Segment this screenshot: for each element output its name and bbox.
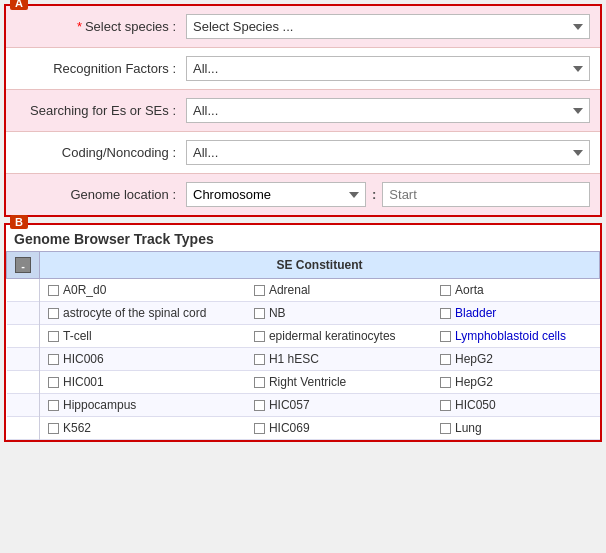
cell-label: Bladder (455, 306, 496, 320)
checkbox-icon[interactable] (254, 423, 265, 434)
cell-item: Aorta (440, 283, 592, 297)
cell-col3: Lymphoblastoid cells (432, 325, 600, 348)
cell-label: Lymphoblastoid cells (455, 329, 566, 343)
cell-item: K562 (48, 421, 238, 435)
cell-label: astrocyte of the spinal cord (63, 306, 206, 320)
cell-label: HIC006 (63, 352, 104, 366)
cell-item: Adrenal (254, 283, 424, 297)
select-species-input-col: Select Species ... (186, 14, 590, 39)
checkbox-icon[interactable] (254, 308, 265, 319)
genome-location-input-col: Chromosome : (186, 182, 590, 207)
required-star: * (77, 19, 82, 34)
cell-item: epidermal keratinocytes (254, 329, 424, 343)
searching-es-dropdown[interactable]: All... (186, 98, 590, 123)
checkbox-icon[interactable] (440, 400, 451, 411)
track-table: - SE Constituent A0R_d0 Adrenal Aorta as… (6, 251, 600, 440)
checkbox-icon[interactable] (440, 331, 451, 342)
checkbox-icon[interactable] (254, 331, 265, 342)
select-species-dropdown[interactable]: Select Species ... (186, 14, 590, 39)
row-index-cell (7, 348, 40, 371)
section-b: B Genome Browser Track Types - SE Consti… (4, 223, 602, 442)
cell-item: HepG2 (440, 352, 592, 366)
cell-item: H1 hESC (254, 352, 424, 366)
cell-item: HIC050 (440, 398, 592, 412)
table-row: HIC006 H1 hESC HepG2 (7, 348, 600, 371)
start-input[interactable] (382, 182, 590, 207)
checkbox-icon[interactable] (440, 423, 451, 434)
section-b-title: Genome Browser Track Types (6, 227, 600, 251)
checkbox-icon[interactable] (48, 354, 59, 365)
checkbox-icon[interactable] (254, 377, 265, 388)
cell-label: Aorta (455, 283, 484, 297)
cell-item: HIC069 (254, 421, 424, 435)
checkbox-icon[interactable] (48, 331, 59, 342)
cell-label: A0R_d0 (63, 283, 106, 297)
table-row: K562 HIC069 Lung (7, 417, 600, 440)
cell-item: HIC057 (254, 398, 424, 412)
cell-col3: HIC050 (432, 394, 600, 417)
checkbox-icon[interactable] (48, 377, 59, 388)
collapse-button[interactable]: - (15, 257, 31, 273)
cell-col3: Aorta (432, 279, 600, 302)
searching-es-label: Searching for Es or SEs : (16, 103, 186, 118)
cell-label: K562 (63, 421, 91, 435)
cell-label: HepG2 (455, 352, 493, 366)
checkbox-icon[interactable] (48, 423, 59, 434)
searching-es-row: Searching for Es or SEs : All... (6, 90, 600, 132)
checkbox-icon[interactable] (254, 354, 265, 365)
cell-item: Lymphoblastoid cells (440, 329, 592, 343)
checkbox-icon[interactable] (254, 400, 265, 411)
cell-col3: Bladder (432, 302, 600, 325)
cell-col1: HIC006 (40, 348, 246, 371)
cell-label: H1 hESC (269, 352, 319, 366)
checkbox-icon[interactable] (440, 285, 451, 296)
cell-col2: Adrenal (246, 279, 432, 302)
checkbox-icon[interactable] (440, 377, 451, 388)
cell-col1: A0R_d0 (40, 279, 246, 302)
row-index-cell (7, 325, 40, 348)
searching-es-input-col: All... (186, 98, 590, 123)
recognition-factors-row: Recognition Factors : All... (6, 48, 600, 90)
section-b-label: B (10, 215, 28, 229)
table-row: Hippocampus HIC057 HIC050 (7, 394, 600, 417)
colon-separator: : (372, 187, 376, 202)
cell-col1: K562 (40, 417, 246, 440)
cell-col2: epidermal keratinocytes (246, 325, 432, 348)
main-container: A *Select species : Select Species ... R… (0, 0, 606, 446)
cell-col3: HepG2 (432, 348, 600, 371)
checkbox-icon[interactable] (48, 285, 59, 296)
row-index-cell (7, 302, 40, 325)
cell-item: astrocyte of the spinal cord (48, 306, 238, 320)
chromosome-dropdown[interactable]: Chromosome (186, 182, 366, 207)
cell-col3: Lung (432, 417, 600, 440)
cell-label: Adrenal (269, 283, 310, 297)
cell-item: T-cell (48, 329, 238, 343)
cell-label: HIC001 (63, 375, 104, 389)
cell-label: epidermal keratinocytes (269, 329, 396, 343)
cell-item: NB (254, 306, 424, 320)
cell-col1: astrocyte of the spinal cord (40, 302, 246, 325)
checkbox-icon[interactable] (254, 285, 265, 296)
cell-col2: NB (246, 302, 432, 325)
coding-noncoding-label: Coding/Noncoding : (16, 145, 186, 160)
cell-item: HepG2 (440, 375, 592, 389)
checkbox-icon[interactable] (440, 308, 451, 319)
genome-location-label: Genome location : (16, 187, 186, 202)
select-species-row: *Select species : Select Species ... (6, 6, 600, 48)
checkbox-icon[interactable] (48, 400, 59, 411)
select-species-label: *Select species : (16, 19, 186, 34)
genome-row: Chromosome : (186, 182, 590, 207)
cell-item: HIC001 (48, 375, 238, 389)
checkbox-icon[interactable] (48, 308, 59, 319)
cell-item: Bladder (440, 306, 592, 320)
cell-label: HIC057 (269, 398, 310, 412)
checkbox-icon[interactable] (440, 354, 451, 365)
recognition-factors-dropdown[interactable]: All... (186, 56, 590, 81)
row-index-cell (7, 371, 40, 394)
cell-label: HIC050 (455, 398, 496, 412)
cell-item: Hippocampus (48, 398, 238, 412)
cell-col2: Right Ventricle (246, 371, 432, 394)
cell-label: Right Ventricle (269, 375, 346, 389)
coding-noncoding-dropdown[interactable]: All... (186, 140, 590, 165)
cell-col1: Hippocampus (40, 394, 246, 417)
